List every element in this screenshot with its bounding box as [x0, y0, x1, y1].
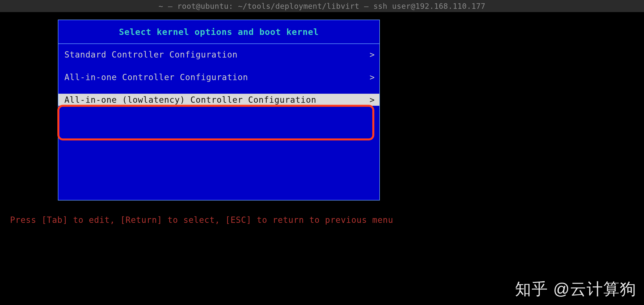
chevron-right-icon: > [370, 50, 375, 60]
window-title: ~ — root@ubuntu: ~/tools/deployment/libv… [158, 2, 485, 11]
boot-item-standard[interactable]: Standard Controller Configuration > [58, 48, 379, 61]
chevron-right-icon: > [370, 95, 375, 105]
boot-item-aio-lowlatency[interactable]: All-in-one (lowlatency) Controller Confi… [58, 94, 379, 106]
terminal-area: Select kernel options and boot kernel St… [0, 12, 644, 305]
window-titlebar: ~ — root@ubuntu: ~/tools/deployment/libv… [0, 0, 644, 12]
boot-item-label: All-in-one Controller Configuration [64, 72, 248, 82]
boot-item-label: Standard Controller Configuration [64, 50, 238, 60]
boot-menu-title: Select kernel options and boot kernel [119, 27, 319, 37]
boot-hint-text: Press [Tab] to edit, [Return] to select,… [10, 215, 393, 225]
boot-item-aio[interactable]: All-in-one Controller Configuration > [58, 71, 379, 83]
boot-menu-panel: Select kernel options and boot kernel St… [58, 20, 380, 200]
watermark-text: 知乎 @云计算狗 [515, 278, 636, 300]
boot-menu-header: Select kernel options and boot kernel [58, 20, 379, 44]
boot-menu-body: Standard Controller Configuration > All-… [58, 44, 379, 106]
boot-item-label: All-in-one (lowlatency) Controller Confi… [64, 95, 316, 105]
chevron-right-icon: > [370, 72, 375, 82]
